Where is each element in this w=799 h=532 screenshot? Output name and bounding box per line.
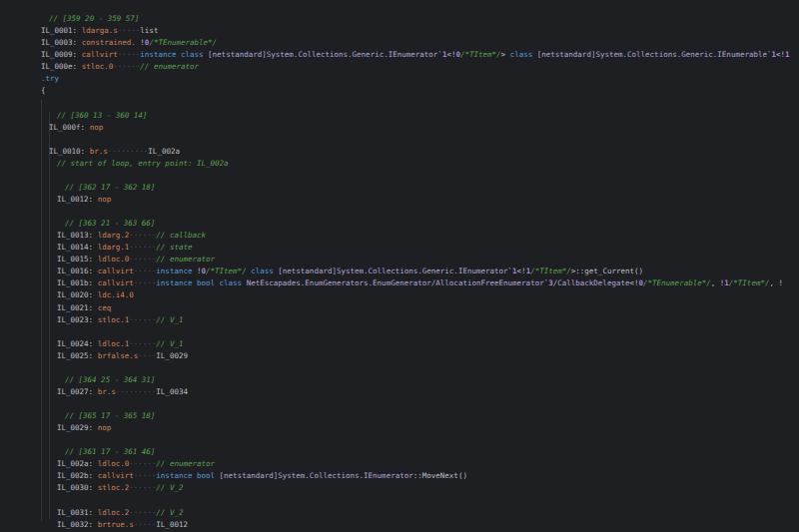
token-com: // V_2	[156, 483, 183, 492]
token-kw: instance class	[140, 50, 208, 59]
token-def: , !	[711, 278, 725, 287]
token-lbl: IL_0014:	[57, 243, 98, 252]
token-op: callvirt	[82, 50, 118, 59]
il-code-lines: // [359 20 - 359 57]IL_0001: ldarga.s···…	[41, 13, 799, 531]
code-line: IL_0025: brfalse.s····IL_0029	[41, 350, 799, 362]
code-line	[41, 97, 799, 109]
code-line: IL_0030: stloc.2······// V_2	[41, 482, 799, 494]
code-line: // [364 25 - 364 31]	[41, 374, 799, 386]
token-ws: ······	[113, 62, 140, 71]
token-lbl: IL_0001:	[41, 26, 82, 35]
token-typ: [netstandard]System.Collections.IEnumera…	[220, 471, 413, 480]
token-lbl: IL_0027:	[57, 387, 98, 396]
token-def: IL_0012	[156, 520, 188, 529]
token-op: stloc.2	[98, 483, 130, 492]
token-typ: [netstandard]System.Collections.Generic.…	[278, 266, 507, 275]
token-ws: ·····	[118, 26, 141, 35]
token-lbl: IL_0003:	[41, 38, 82, 47]
token-ws: ·········	[116, 387, 157, 396]
code-line: IL_0009: callvirt·····instance class [ne…	[41, 49, 799, 61]
token-com: // V_1	[156, 339, 183, 348]
code-line: IL_000f: nop	[41, 122, 799, 134]
code-line: IL_0012: nop	[41, 194, 799, 206]
token-def: <!	[629, 278, 638, 287]
token-op: callvirt	[98, 471, 134, 480]
code-line: // start of loop, entry point: IL_002a	[41, 158, 799, 170]
token-lbl: IL_001b:	[57, 278, 98, 287]
code-line: IL_0016: callvirt·····instance !0/*TItem…	[41, 266, 799, 277]
token-lbl: IL_002b:	[57, 471, 98, 480]
code-line	[41, 398, 799, 410]
token-kw: instance	[156, 266, 197, 275]
code-line	[41, 434, 799, 446]
token-gen: 1	[785, 50, 790, 59]
code-line	[41, 362, 799, 374]
token-lbl: IL_0020:	[57, 290, 98, 299]
token-lbl: IL_0013:	[57, 231, 98, 240]
code-line: // [359 20 - 359 57]	[41, 13, 799, 25]
code-editor[interactable]: // [359 20 - 359 57]IL_0001: ldarga.s···…	[0, 0, 799, 532]
token-ws: ·····	[134, 471, 157, 480]
token-lbl: IL_0021:	[57, 303, 98, 312]
code-line: .try	[41, 73, 799, 85]
token-com: // enumerator	[140, 62, 199, 71]
token-lbl: IL_0024:	[57, 339, 98, 348]
token-typ: [netstandard]System.Collections.Generic.…	[208, 50, 437, 59]
token-op: stloc.0	[82, 62, 114, 71]
token-def: IL_0034	[156, 387, 188, 396]
token-com: /*TEnumerable*/	[643, 278, 711, 287]
code-line: IL_0020: ldc.i4.0	[41, 289, 799, 301]
token-ws: ······	[129, 255, 156, 264]
token-def: !	[136, 38, 145, 47]
code-line: IL_0021: ceq	[41, 302, 799, 314]
token-def: IL_002a	[148, 147, 180, 156]
code-line: IL_0027: br.s·········IL_0034	[41, 386, 799, 398]
code-line: IL_000e: stloc.0······// enumerator	[41, 61, 799, 73]
code-line: IL_0024: ldloc.1······// V_1	[41, 338, 799, 350]
token-com: // V_2	[156, 508, 183, 517]
indent-guide-try-block	[41, 100, 42, 521]
token-com: // [364 25 - 364 31]	[65, 375, 155, 384]
token-com: // [365 17 - 365 18]	[65, 411, 155, 420]
code-line	[41, 170, 799, 182]
token-op: nop	[98, 195, 112, 204]
token-op: constrained.	[82, 38, 136, 47]
token-op: ldloc.2	[98, 508, 130, 517]
token-ws: ······	[129, 483, 156, 492]
token-op: ceq	[98, 303, 112, 312]
token-lbl: IL_0031:	[57, 508, 98, 517]
token-op: ldarga.s	[82, 26, 118, 35]
token-op: stloc.1	[98, 315, 130, 324]
code-line	[41, 206, 799, 218]
token-lbl: IL_0030:	[57, 483, 98, 492]
token-ws: ······	[129, 243, 156, 252]
token-com: /*TEnumerable*/	[149, 38, 217, 47]
token-com: // [359 20 - 359 57]	[49, 14, 139, 23]
token-def: >::get_Current()	[571, 266, 643, 275]
code-line: IL_0003: constrained. !0/*TEnumerable*/	[41, 37, 799, 49]
token-com: // enumerator	[156, 255, 215, 264]
token-com: // V_1	[156, 315, 183, 324]
code-line: IL_001b: callvirt·····instance bool clas…	[41, 277, 799, 289]
token-op: br.s	[90, 147, 108, 156]
token-lbl: IL_000f:	[49, 123, 90, 132]
token-op: ldloc.0	[98, 459, 130, 468]
token-op: br.s	[98, 387, 116, 396]
code-line: IL_0032: brtrue.s·····IL_0012	[41, 519, 799, 531]
token-def: {	[41, 86, 46, 95]
code-line: IL_002b: callvirt·····instance bool [net…	[41, 470, 799, 482]
code-line: // [360 13 - 360 14]	[41, 110, 799, 122]
token-ws: ·····	[134, 266, 157, 275]
token-def: >	[501, 50, 510, 59]
token-ws: ·········	[108, 147, 149, 156]
token-com: // state	[156, 243, 192, 252]
code-line	[41, 326, 799, 338]
token-op: nop	[90, 123, 104, 132]
token-com: // [360 13 - 360 14]	[57, 111, 147, 120]
token-ws: ······	[129, 508, 156, 517]
token-com: // start of loop, entry point: IL_002a	[57, 159, 229, 168]
token-com: // callback	[156, 231, 206, 240]
token-typ: /CallbackDelegate	[553, 278, 630, 287]
code-line	[41, 134, 799, 146]
code-line: IL_0001: ldarga.s·····list	[41, 25, 799, 37]
